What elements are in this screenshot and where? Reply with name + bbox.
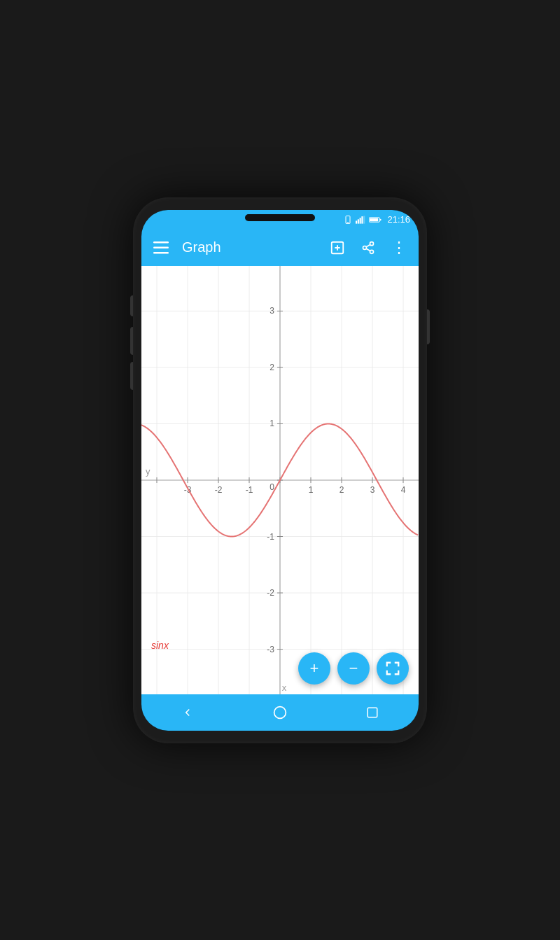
home-icon [273, 706, 287, 720]
svg-rect-5 [362, 216, 363, 224]
svg-rect-10 [153, 241, 169, 244]
more-icon: ⋮ [391, 240, 407, 255]
svg-rect-4 [360, 218, 361, 223]
zoom-in-button[interactable]: + [298, 652, 330, 685]
svg-line-20 [366, 244, 370, 246]
svg-rect-11 [153, 246, 169, 248]
recents-icon [366, 706, 379, 719]
function-label: sinx [151, 640, 169, 651]
add-graph-icon [330, 240, 345, 255]
more-options-button[interactable]: ⋮ [389, 238, 409, 258]
volume-up-button [130, 295, 133, 316]
fab-container: + − [298, 652, 409, 685]
battery-icon [369, 216, 382, 224]
svg-rect-9 [370, 218, 378, 221]
graph-area[interactable]: sinx + − [141, 266, 419, 694]
nav-bar [141, 694, 419, 731]
volume-down-button [130, 327, 133, 355]
svg-rect-8 [380, 218, 382, 220]
back-icon [181, 706, 194, 719]
silent-button [130, 362, 133, 390]
menu-button[interactable] [151, 238, 171, 258]
recents-button[interactable] [355, 699, 390, 727]
share-icon [361, 240, 375, 255]
fit-button[interactable] [377, 652, 409, 685]
status-icons: 21:16 [344, 214, 410, 225]
svg-point-18 [370, 250, 374, 253]
svg-rect-2 [356, 220, 357, 223]
svg-line-19 [366, 248, 370, 251]
phone-icon [344, 216, 352, 224]
phone-screen: 21:16 Graph [141, 210, 419, 731]
add-graph-button[interactable] [328, 238, 347, 258]
zoom-out-button[interactable]: − [337, 652, 370, 685]
app-title: Graph [182, 239, 328, 255]
svg-point-21 [274, 706, 286, 718]
time-display: 21:16 [387, 214, 410, 225]
svg-point-16 [370, 241, 374, 245]
svg-point-17 [363, 246, 367, 249]
back-button[interactable] [170, 699, 205, 727]
fit-icon [385, 661, 400, 676]
graph-canvas [141, 266, 419, 694]
signal-icon [356, 216, 365, 224]
app-bar: Graph [141, 230, 419, 266]
svg-rect-3 [358, 219, 359, 223]
svg-rect-1 [347, 222, 349, 223]
svg-rect-6 [364, 216, 365, 223]
power-button [427, 309, 430, 344]
share-button[interactable] [358, 238, 378, 258]
hamburger-icon [153, 241, 169, 254]
app-bar-actions: ⋮ [328, 238, 409, 258]
home-button[interactable] [262, 699, 298, 727]
phone-notch [245, 214, 315, 221]
phone-device: 21:16 Graph [133, 197, 427, 743]
svg-rect-22 [368, 708, 377, 717]
svg-rect-12 [153, 252, 169, 254]
